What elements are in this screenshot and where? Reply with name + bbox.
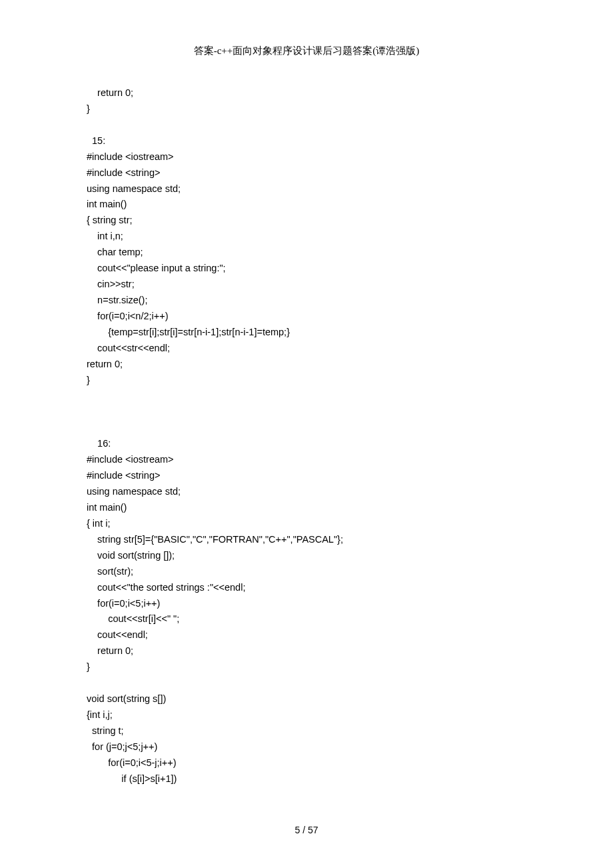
- page-footer: 5 / 57: [0, 823, 613, 837]
- page-title: 答案-c++面向对象程序设计课后习题答案(谭浩强版): [194, 45, 420, 56]
- code-content: return 0; } 15: #include <iostream> #inc…: [87, 85, 526, 787]
- page-header: 答案-c++面向对象程序设计课后习题答案(谭浩强版): [87, 43, 526, 59]
- page-number: 5 / 57: [295, 825, 318, 835]
- document-page: 答案-c++面向对象程序设计课后习题答案(谭浩强版) return 0; } 1…: [0, 0, 613, 868]
